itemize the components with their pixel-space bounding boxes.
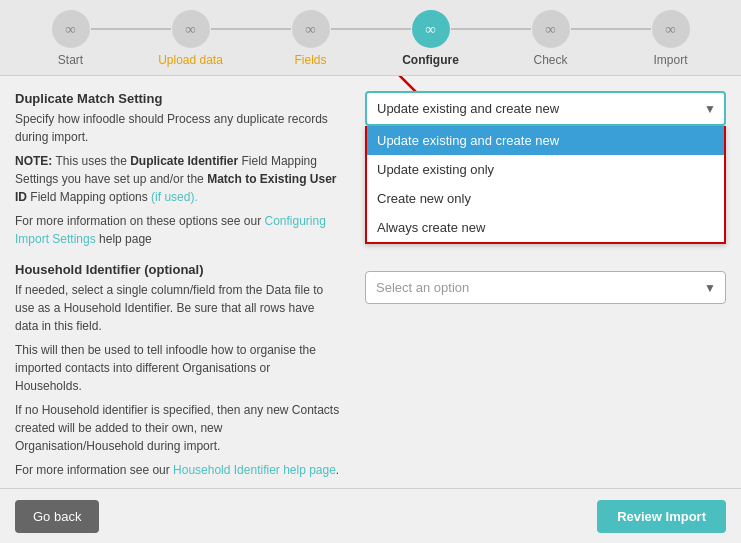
wizard-icon-start: ∞	[52, 10, 90, 48]
wizard-step-upload[interactable]: ∞ Upload data	[131, 10, 251, 67]
section1-more-info: For more information on these options se…	[15, 212, 340, 248]
section1-p1: Specify how infoodle should Process any …	[15, 110, 340, 146]
dropdown-option-2[interactable]: Create new only	[367, 184, 724, 213]
household-help-link[interactable]: Household Identifier help page	[173, 463, 336, 477]
wizard-label-import: Import	[653, 53, 687, 67]
go-back-button[interactable]: Go back	[15, 500, 99, 533]
wizard-label-fields: Fields	[294, 53, 326, 67]
section2-p4: For more information see our Household I…	[15, 461, 340, 479]
section1-note: NOTE: This uses the Duplicate Identifier…	[15, 152, 340, 206]
wizard-icon-upload: ∞	[172, 10, 210, 48]
household-dropdown-display[interactable]: Select an option	[365, 271, 726, 304]
wizard-step-check[interactable]: ∞ Check	[491, 10, 611, 67]
wizard-step-start[interactable]: ∞ Start	[11, 10, 131, 67]
wizard-label-check: Check	[533, 53, 567, 67]
wizard-icon-import: ∞	[652, 10, 690, 48]
wizard-icon-fields: ∞	[292, 10, 330, 48]
section2-p1: If needed, select a single column/field …	[15, 281, 340, 335]
main-content: Duplicate Match Setting Specify how info…	[0, 76, 741, 484]
section2-title: Household Identifier (optional)	[15, 262, 340, 277]
section2-p2: This will then be used to tell infoodle …	[15, 341, 340, 395]
dropdown-option-0[interactable]: Update existing and create new	[367, 126, 724, 155]
wizard-step-configure[interactable]: ∞ Configure	[371, 10, 491, 67]
left-panel: Duplicate Match Setting Specify how info…	[15, 91, 355, 484]
right-panel: Update existing and create new ▼ Update …	[355, 91, 726, 484]
bottom-bar: Go back Review Import	[0, 488, 741, 543]
wizard-step-import[interactable]: ∞ Import	[611, 10, 731, 67]
duplicate-match-dropdown-menu[interactable]: Update existing and create new Update ex…	[365, 126, 726, 244]
duplicate-match-dropdown-wrapper[interactable]: Update existing and create new ▼ Update …	[365, 91, 726, 126]
household-dropdown-wrapper[interactable]: Select an option ▼	[365, 271, 726, 304]
section1-title: Duplicate Match Setting	[15, 91, 340, 106]
wizard-step-fields[interactable]: ∞ Fields	[251, 10, 371, 67]
dropdown-option-1[interactable]: Update existing only	[367, 155, 724, 184]
wizard-label-upload: Upload data	[158, 53, 223, 67]
review-import-button[interactable]: Review Import	[597, 500, 726, 533]
dropdown-option-3[interactable]: Always create new	[367, 213, 724, 242]
wizard-bar: ∞ Start ∞ Upload data ∞ Fields ∞ Configu…	[0, 0, 741, 76]
wizard-icon-check: ∞	[532, 10, 570, 48]
if-used-link[interactable]: (if used).	[151, 190, 198, 204]
wizard-label-start: Start	[58, 53, 83, 67]
section2-p3: If no Household identifier is specified,…	[15, 401, 340, 455]
wizard-label-configure: Configure	[402, 53, 459, 67]
duplicate-match-dropdown-display[interactable]: Update existing and create new	[365, 91, 726, 126]
wizard-icon-configure: ∞	[412, 10, 450, 48]
